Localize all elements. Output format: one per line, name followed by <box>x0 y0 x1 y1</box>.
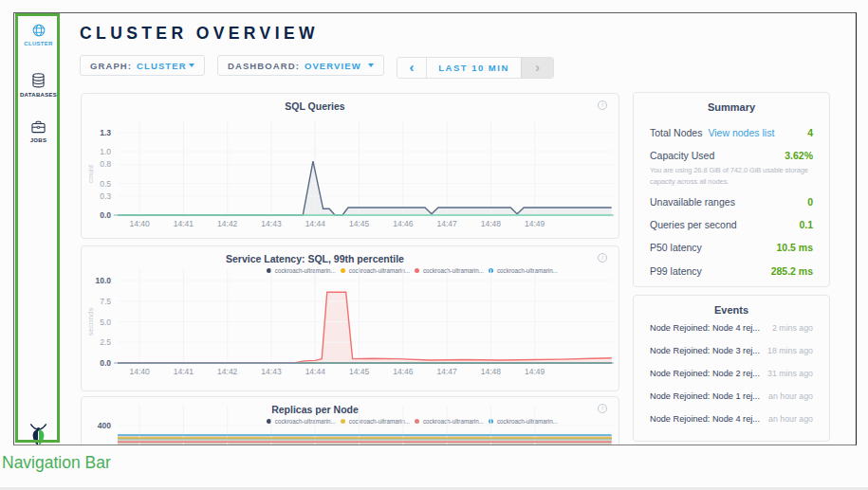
sidebar-item-databases[interactable]: DATABASES <box>14 73 63 98</box>
svg-text:14:41: 14:41 <box>174 219 194 228</box>
svg-text:count: count <box>86 164 95 183</box>
summary-row-capacity: Capacity Used 3.62% <box>634 146 829 165</box>
chevron-down-icon <box>368 64 374 67</box>
svg-text:1.0: 1.0 <box>100 147 111 156</box>
summary-row-p50: P50 latency 10.5 ms <box>634 238 829 257</box>
event-row[interactable]: Node Rejoined: Node 4 rej... 2 mins ago <box>634 317 829 339</box>
svg-text:14:42: 14:42 <box>217 219 238 228</box>
svg-text:14:47: 14:47 <box>436 219 457 228</box>
svg-text:2.5: 2.5 <box>100 337 111 347</box>
summary-row-qps: Queries per second 0.1 <box>634 215 829 234</box>
event-text: Node Rejoined: Node 4 rej... <box>650 414 760 424</box>
dashboard-dropdown-label: DASHBOARD: <box>228 61 300 71</box>
sql-queries-chart: 0.00.30.50.81.01.314:4014:4114:4214:4314… <box>82 94 620 240</box>
summary-value: 285.2 ms <box>771 265 813 277</box>
summary-value: 4 <box>807 127 813 138</box>
event-time: an hour ago <box>768 414 813 424</box>
event-time: 2 mins ago <box>772 323 813 333</box>
event-time: 31 mins ago <box>767 369 813 378</box>
svg-text:400: 400 <box>98 421 111 430</box>
cockroachdb-logo[interactable] <box>14 424 63 445</box>
time-range-label[interactable]: LAST 10 MIN <box>427 58 521 78</box>
event-row[interactable]: Node Rejoined: Node 1 rej... an hour ago <box>634 385 829 408</box>
svg-text:14:42: 14:42 <box>217 367 238 376</box>
cockroach-bug-icon <box>28 424 49 445</box>
service-latency-chart: 0.02.55.07.510.014:4014:4114:4214:4314:4… <box>82 246 620 392</box>
database-icon <box>31 73 46 88</box>
svg-text:0.0: 0.0 <box>100 358 111 368</box>
globe-icon <box>32 24 46 37</box>
svg-text:14:45: 14:45 <box>349 367 370 376</box>
page-title: CLUSTER OVERVIEW <box>80 24 319 44</box>
summary-panel: Summary Total Nodes View nodes list 4 Ca… <box>633 92 830 287</box>
summary-label: Unavailable ranges <box>650 196 735 208</box>
summary-row-p99: P99 latency 285.2 ms <box>634 262 829 281</box>
chevron-left-icon: ‹ <box>410 60 415 74</box>
dashboard-dropdown[interactable]: DASHBOARD: OVERVIEW <box>217 55 384 76</box>
time-range-selector: ‹ LAST 10 MIN › <box>397 57 554 79</box>
event-row[interactable]: Node Rejoined: Node 4 rej... an hour ago <box>634 408 829 430</box>
navigation-bar: CLUSTER DATABASES JOBS <box>14 13 63 445</box>
navigation-bar-annotation: Navigation Bar <box>2 453 111 473</box>
summary-value: 3.62% <box>785 150 813 161</box>
svg-text:14:40: 14:40 <box>130 219 151 228</box>
sidebar-item-cluster[interactable]: CLUSTER <box>14 24 63 46</box>
summary-label: Total Nodes <box>650 127 702 138</box>
svg-text:14:43: 14:43 <box>261 367 282 376</box>
svg-text:0.8: 0.8 <box>100 159 111 169</box>
svg-text:10.0: 10.0 <box>95 276 111 285</box>
chart-panel-replicas: Replicas per Node i cockroach-ultramarin… <box>81 396 619 445</box>
svg-text:14:40: 14:40 <box>130 367 151 376</box>
svg-text:5.0: 5.0 <box>100 318 111 327</box>
svg-text:1.3: 1.3 <box>100 128 111 137</box>
app-window: CLUSTER DATABASES JOBS <box>13 12 857 445</box>
svg-text:0.0: 0.0 <box>100 210 111 220</box>
svg-text:14:41: 14:41 <box>174 367 194 376</box>
svg-text:14:43: 14:43 <box>261 219 282 228</box>
event-text: Node Rejoined: Node 4 rej... <box>650 323 760 333</box>
summary-label: Capacity Used <box>650 150 714 161</box>
graph-dropdown-value: CLUSTER <box>137 61 187 71</box>
summary-value: 0 <box>807 196 813 208</box>
svg-text:0.3: 0.3 <box>100 191 111 201</box>
sidebar-item-label: CLUSTER <box>14 41 63 46</box>
summary-label: P99 latency <box>650 265 702 277</box>
summary-value: 0.1 <box>799 219 813 230</box>
events-panel: Events Node Rejoined: Node 4 rej... 2 mi… <box>633 295 830 442</box>
svg-text:14:48: 14:48 <box>481 219 502 228</box>
graph-dropdown[interactable]: GRAPH: CLUSTER <box>80 55 205 76</box>
event-text: Node Rejoined: Node 2 rej... <box>650 369 760 378</box>
sidebar-item-label: JOBS <box>14 137 63 143</box>
chart-panel-sql-queries: SQL Queries i 0.00.30.50.81.01.314:4014:… <box>81 93 619 239</box>
briefcase-icon <box>31 120 46 134</box>
sidebar-item-label: DATABASES <box>14 92 63 98</box>
svg-text:14:49: 14:49 <box>525 367 545 376</box>
chevron-down-icon <box>189 64 194 67</box>
time-next-button[interactable]: › <box>521 58 553 78</box>
replicas-chart: 40014:4014:4114:4214:4314:4414:4514:4614… <box>82 397 620 445</box>
view-nodes-link[interactable]: View nodes list <box>708 127 774 138</box>
svg-text:14:48: 14:48 <box>481 367 502 376</box>
svg-text:14:45: 14:45 <box>349 219 370 228</box>
graph-dropdown-label: GRAPH: <box>90 61 132 71</box>
event-time: an hour ago <box>768 391 813 401</box>
svg-text:14:46: 14:46 <box>393 219 414 228</box>
event-text: Node Rejoined: Node 1 rej... <box>650 391 760 401</box>
svg-text:7.5: 7.5 <box>100 297 111 306</box>
event-time: 18 mins ago <box>767 346 813 355</box>
sidebar-item-jobs[interactable]: JOBS <box>14 120 63 143</box>
dashboard-dropdown-value: OVERVIEW <box>305 61 361 71</box>
svg-text:14:44: 14:44 <box>305 367 326 376</box>
event-row[interactable]: Node Rejoined: Node 3 rej... 18 mins ago <box>634 339 829 362</box>
summary-value: 10.5 ms <box>776 242 813 253</box>
summary-label: P50 latency <box>650 242 702 253</box>
svg-text:0.5: 0.5 <box>100 179 111 189</box>
summary-title: Summary <box>634 93 829 114</box>
event-text: Node Rejoined: Node 3 rej... <box>650 346 760 355</box>
summary-row-unavailable: Unavailable ranges 0 <box>634 192 829 211</box>
svg-text:14:44: 14:44 <box>305 219 326 228</box>
time-prev-button[interactable]: ‹ <box>397 58 427 78</box>
events-title: Events <box>634 296 829 317</box>
summary-row-total-nodes: Total Nodes View nodes list 4 <box>634 123 829 142</box>
event-row[interactable]: Node Rejoined: Node 2 rej... 31 mins ago <box>634 362 829 385</box>
